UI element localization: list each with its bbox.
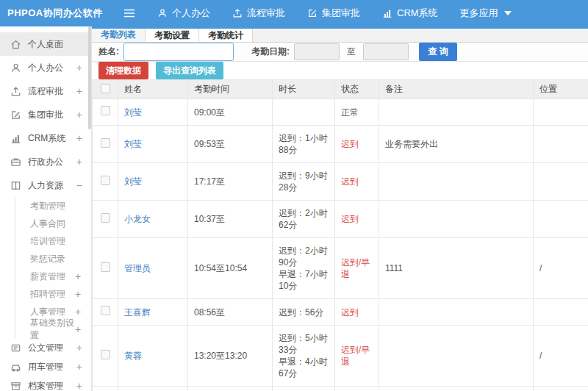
sidebar-item-process-approval[interactable]: 流程审批 + [0, 79, 91, 103]
top-nav: 个人办公 流程审批 集团审批 CRM系统 更多应用 [157, 7, 512, 20]
query-button[interactable]: 查 询 [419, 43, 457, 61]
expand-icon: + [75, 132, 82, 144]
nav-crm-system[interactable]: CRM系统 [382, 7, 438, 20]
table-row: 王喜辉 08:56至 迟到：56分 迟到 [93, 299, 588, 326]
nav-personal-office[interactable]: 个人办公 [157, 7, 210, 20]
duration [273, 99, 335, 126]
name-input[interactable] [123, 43, 234, 61]
employee-name-link[interactable]: 刘莹 [124, 107, 142, 118]
upload-icon [232, 8, 243, 18]
employee-name-link[interactable]: 刘莹 [124, 176, 142, 187]
sidebar-item-label: 基础类别设置 [30, 317, 75, 342]
row-checkbox[interactable] [101, 213, 110, 223]
status-text: 迟到/早退 [335, 326, 379, 387]
remark [379, 163, 534, 201]
filter-bar: 姓名: 考勤日期: 至 查 询 [92, 43, 588, 62]
expand-icon: + [75, 62, 82, 73]
status-text: 迟到 [335, 126, 379, 163]
export-list-button[interactable]: 导出查询列表 [156, 62, 223, 79]
nav-label: CRM系统 [397, 7, 438, 20]
attendance-time: 10:54至10:54 [188, 238, 273, 299]
sidebar-item-label: 培训管理 [30, 235, 75, 248]
expand-icon: + [75, 109, 82, 121]
sidebar-item-personal-desktop[interactable]: 个人桌面 [0, 32, 91, 56]
sidebar-item-label: 公文管理 [28, 342, 75, 354]
sidebar-item-base-category-settings[interactable]: 基础类别设置 + [15, 320, 91, 338]
sidebar-item-label: 流程审批 [28, 85, 75, 98]
status-text: 迟到 [335, 201, 379, 238]
sidebar-item-personal-office[interactable]: 个人办公 + [0, 56, 91, 79]
row-checkbox[interactable] [101, 262, 110, 272]
row-checkbox[interactable] [101, 350, 110, 359]
sidebar-item-label: 人事管理 [30, 306, 75, 318]
sidebar-item-label: 档案管理 [28, 380, 75, 391]
name-label: 姓名: [98, 46, 119, 58]
row-checkbox[interactable] [101, 306, 110, 315]
expand-icon: + [75, 306, 82, 318]
remark [379, 99, 534, 126]
sidebar-item-label: 用车管理 [28, 361, 75, 373]
sidebar-item-human-resources[interactable]: 人力资源 − [0, 173, 91, 197]
tab-attendance-statistics[interactable]: 考勤统计 [199, 29, 253, 42]
sidebar-item-crm-system[interactable]: CRM系统 + [0, 126, 91, 150]
duration: 迟到：9小时28分 [273, 163, 335, 201]
sidebar-item-admin-office[interactable]: 行政办公 + [0, 150, 91, 173]
sidebar-item-reward-punishment[interactable]: 奖惩记录 [15, 250, 91, 268]
nav-label: 流程审批 [247, 7, 285, 20]
app-logo[interactable]: PHPOA协同办公软件 [0, 7, 123, 20]
sidebar-item-archive-management[interactable]: 档案管理 + [0, 376, 91, 391]
employee-name-link[interactable]: 管理员 [124, 263, 151, 273]
row-checkbox[interactable] [101, 138, 110, 148]
sidebar-submenu-hr: 考勤管理 人事合同 培训管理 奖惩记录 薪资管理 + 招聘管理 + [15, 197, 91, 338]
employee-name-link[interactable]: 王喜辉 [124, 307, 151, 318]
sidebar-item-attendance-management[interactable]: 考勤管理 [15, 197, 91, 215]
location [534, 99, 588, 126]
sidebar-item-label: 行政办公 [28, 156, 75, 168]
nav-process-approval[interactable]: 流程审批 [232, 7, 285, 20]
book-icon [10, 180, 21, 191]
sidebar-item-document-management[interactable]: 公文管理 + [0, 338, 91, 357]
sidebar-item-training-management[interactable]: 培训管理 [15, 232, 91, 250]
sidebar-item-hr-contract[interactable]: 人事合同 [15, 215, 91, 232]
sidebar-item-label: 奖惩记录 [30, 253, 75, 265]
tab-attendance-settings[interactable]: 考勤设置 [146, 29, 199, 42]
document-icon [10, 342, 21, 354]
nav-group-approval[interactable]: 集团审批 [307, 7, 360, 20]
location: / [534, 238, 588, 299]
location [534, 201, 588, 238]
nav-more-apps[interactable]: 更多应用 [460, 7, 512, 20]
remark [379, 326, 534, 387]
sidebar-item-vehicle-management[interactable]: 用车管理 + [0, 357, 91, 376]
date-from-input[interactable] [294, 43, 340, 60]
remark [379, 201, 534, 238]
hamburger-menu-icon[interactable] [123, 9, 138, 18]
sidebar-item-group-approval[interactable]: 集团审批 + [0, 103, 91, 126]
remark: 业务需要外出 [379, 126, 534, 163]
table-row: 刘莹 17:17至 迟到：9小时28分 迟到 [93, 163, 588, 201]
main-content: 考勤列表 考勤设置 考勤统计 姓名: 考勤日期: 至 查 询 清理数据 导出查询… [92, 26, 588, 391]
sidebar-item-salary-management[interactable]: 薪资管理 + [15, 268, 91, 285]
top-header: PHPOA协同办公软件 个人办公 流程审批 集团审批 CRM系统 更多应用 [0, 0, 588, 26]
employee-name-link[interactable]: 小龙女 [124, 214, 151, 224]
status-text: 迟到 [335, 387, 379, 391]
caret-down-icon [504, 11, 512, 15]
employee-name-link[interactable]: 刘莹 [124, 139, 142, 149]
row-checkbox[interactable] [101, 176, 110, 185]
sidebar-item-recruitment-management[interactable]: 招聘管理 + [15, 285, 91, 303]
employee-name-link[interactable]: 黄蓉 [124, 351, 142, 361]
sidebar-scrollbar[interactable] [88, 26, 91, 129]
location [534, 387, 588, 391]
duration: 迟到：56分 [273, 299, 335, 326]
expand-icon: + [75, 85, 82, 97]
clean-data-button[interactable]: 清理数据 [98, 62, 148, 79]
duration: 迟到：2小时62分 [273, 201, 335, 238]
attendance-time: 17:17至 [188, 163, 273, 201]
row-checkbox[interactable] [101, 106, 110, 115]
tab-bar: 考勤列表 考勤设置 考勤统计 [92, 29, 588, 43]
date-to-input[interactable] [363, 43, 409, 60]
status-text: 正常 [335, 99, 379, 126]
car-icon [10, 362, 21, 373]
select-all-checkbox[interactable] [101, 84, 110, 93]
tab-attendance-list[interactable]: 考勤列表 [92, 29, 146, 42]
location [534, 299, 588, 326]
